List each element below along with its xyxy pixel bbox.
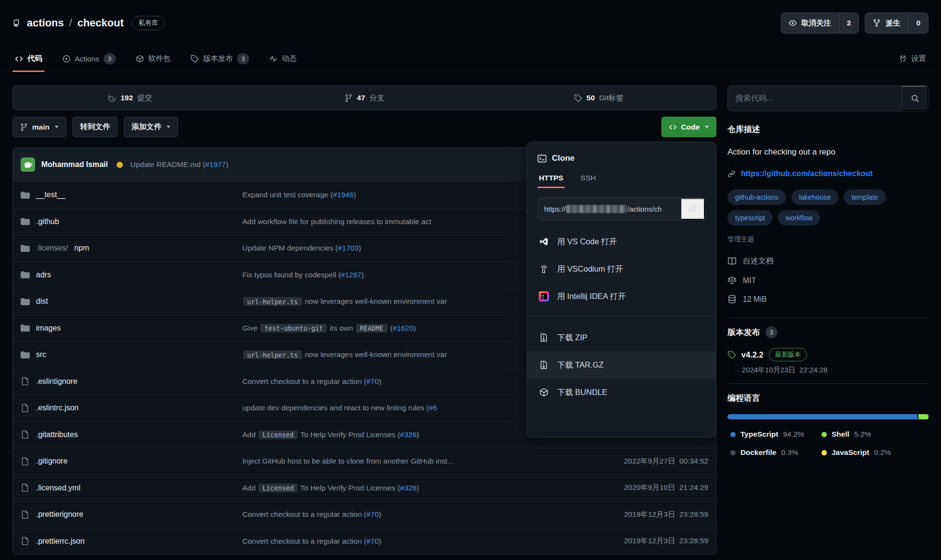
file-name-cell[interactable]: src (21, 350, 242, 359)
commit-message-cell[interactable]: Give test-ubuntu-git its own README (#16… (242, 324, 576, 333)
commit-message-cell[interactable]: url-helper.ts now leverages well-known e… (242, 297, 576, 306)
issue-link[interactable]: #70 (366, 510, 379, 518)
clone-tab-https[interactable]: HTTPS (537, 174, 565, 188)
issue-link[interactable]: #1977 (205, 160, 226, 168)
stat-commits[interactable]: 192提交 (13, 93, 247, 103)
file-name-cell[interactable]: __test__ (21, 191, 242, 200)
website-row: https://github.com/actions/checkout (727, 169, 929, 178)
issue-link[interactable]: #70 (366, 377, 379, 385)
branch-selector[interactable]: main (12, 117, 66, 137)
file-name-cell[interactable]: adrs (21, 270, 242, 279)
manage-topics-link[interactable]: 管理主题 (727, 235, 754, 244)
file-name-cell[interactable]: .gitignore (21, 457, 242, 466)
code-button[interactable]: Code (661, 117, 716, 137)
topic-pill[interactable]: workflow (778, 210, 820, 226)
menu-item-bundle[interactable]: 下载 BUNDLE (527, 379, 716, 406)
tab-releases[interactable]: 版本发布3 (188, 46, 251, 71)
commit-message-cell[interactable]: Add Licensed To Help Verify Prod License… (242, 430, 576, 439)
file-name-cell[interactable]: .prettierrc.json (21, 536, 242, 546)
commit-message-cell[interactable]: Convert checkout to a regular action (#7… (242, 377, 576, 386)
issue-link[interactable]: #70 (366, 537, 379, 545)
tab-settings[interactable]: 设置 (896, 46, 929, 71)
clone-tab-ssh[interactable]: SSH (579, 174, 597, 188)
file-name-cell[interactable]: .github (21, 217, 242, 226)
menu-item-idea[interactable]: IJ用 Intellij IDEA 打开 (527, 283, 716, 310)
eye-icon (789, 19, 797, 27)
commit-message-cell[interactable]: Update NPM dependencies (#1703) (242, 244, 576, 252)
file-name-cell[interactable]: .licensed.yml (21, 483, 242, 492)
topic-pill[interactable]: template (844, 190, 886, 205)
issue-link[interactable]: #1703 (338, 244, 358, 252)
menu-item-vscodium[interactable]: 用 VSCodium 打开 (527, 255, 716, 283)
commit-message-cell[interactable]: Inject GitHub host to be able to clone f… (242, 457, 576, 465)
repo-owner-link[interactable]: actions (27, 17, 64, 29)
avatar[interactable] (21, 157, 35, 172)
goto-file-button[interactable]: 转到文件 (72, 117, 118, 137)
table-row[interactable]: .prettierignoreConvert checkout to a reg… (13, 501, 716, 528)
file-name-cell[interactable]: .eslintignore (21, 377, 242, 386)
commit-message-cell[interactable]: Add Licensed To Help Verify Prod License… (242, 484, 576, 492)
file-name-cell[interactable]: .gitattributes (21, 430, 242, 439)
issue-link[interactable]: #1287 (341, 271, 361, 279)
search-input[interactable] (728, 86, 902, 111)
copy-url-button[interactable] (681, 198, 705, 220)
menu-item-zip[interactable]: 下载 ZIP (527, 324, 716, 351)
add-file-button[interactable]: 添加文件 (124, 117, 178, 137)
clone-url-field[interactable]: https:///actions/ch (538, 198, 681, 220)
meta-item-size[interactable]: 12 MiB (727, 290, 929, 309)
language-legend-item[interactable]: Dockerfile0.3% (730, 448, 822, 457)
file-name-cell[interactable]: images (21, 323, 242, 333)
unwatch-button[interactable]: 取消关注 2 (781, 12, 859, 34)
issue-link[interactable]: #326 (400, 484, 417, 492)
meta-item-readme[interactable]: 自述文档 (727, 251, 929, 271)
website-link[interactable]: https://github.com/actions/checkout (741, 169, 873, 178)
topic-pill[interactable]: lakehouse (791, 190, 838, 205)
file-name-cell[interactable]: .prettierignore (21, 510, 242, 519)
commit-message-cell[interactable]: url-helper.ts now leverages well-known e… (242, 350, 576, 359)
topic-pill[interactable]: typescript (727, 210, 773, 226)
commit-message-cell[interactable]: Convert checkout to a regular action (#7… (242, 537, 576, 546)
search-button[interactable] (902, 86, 929, 111)
fork-button[interactable]: 派生 0 (865, 12, 929, 34)
stat-branches[interactable]: 47分支 (247, 93, 481, 103)
stat-tags[interactable]: 50Git标签 (482, 93, 716, 103)
release-version-link[interactable]: v4.2.2 (741, 350, 763, 359)
table-row[interactable]: .licensed.ymlAdd Licensed To Help Verify… (13, 475, 716, 501)
tab-packages[interactable]: 软件包 (133, 46, 173, 71)
file-name-cell[interactable]: .licenses/npm (21, 244, 242, 253)
issue-link[interactable]: #6 (429, 404, 437, 412)
commit-message-cell[interactable]: update dev dependencies and react to new… (242, 404, 576, 412)
language-legend-item[interactable]: TypeScript94.2% (730, 430, 822, 439)
commit-author[interactable]: Mohammad Ismail (41, 160, 108, 169)
watchers-count[interactable]: 2 (839, 13, 859, 33)
language-bar[interactable] (727, 414, 929, 419)
book-icon (727, 257, 737, 266)
divider (727, 317, 929, 318)
releases-heading[interactable]: 版本发布 (727, 327, 760, 338)
topic-pill[interactable]: github-actions (727, 190, 786, 205)
file-name-cell[interactable]: dist (21, 297, 242, 306)
language-legend-item[interactable]: JavaScript0.2% (822, 448, 929, 457)
commit-message-cell[interactable]: Expand unit test coverage (#1946) (242, 191, 576, 199)
language-legend-item[interactable]: Shell5.2% (822, 430, 929, 439)
issue-link[interactable]: #326 (400, 430, 417, 439)
issue-link[interactable]: #1620 (393, 324, 413, 332)
menu-item-targz[interactable]: 下载 TAR.GZ (527, 351, 716, 379)
commit-message-cell[interactable]: Fix typos found by codespell (#1287) (242, 271, 576, 279)
menu-item-vscode[interactable]: 用 VS Code 打开 (527, 228, 716, 255)
tab-activity[interactable]: 动态 (267, 46, 299, 71)
clone-download-menu: 下载 ZIP下载 TAR.GZ下载 BUNDLE (527, 324, 716, 406)
meta-item-license[interactable]: MIT (727, 271, 929, 290)
table-row[interactable]: .gitignoreInject GitHub host to be able … (13, 448, 716, 475)
table-row[interactable]: .prettierrc.jsonConvert checkout to a re… (13, 528, 716, 555)
tab-code[interactable]: 代码 (12, 46, 45, 71)
repo-name-link[interactable]: checkout (77, 17, 124, 29)
forks-count[interactable]: 0 (908, 13, 928, 33)
issue-link[interactable]: #1946 (333, 191, 354, 199)
tab-actions[interactable]: Actions3 (60, 46, 118, 71)
commit-message-cell[interactable]: Add workflow file for publishing release… (242, 217, 576, 226)
commit-status-dot[interactable] (117, 162, 123, 168)
commit-message-cell[interactable]: Convert checkout to a regular action (#7… (242, 510, 576, 519)
file-name-cell[interactable]: .eslintrc.json (21, 404, 242, 413)
latest-commit-message[interactable]: Update README.md (#1977) (131, 160, 228, 169)
